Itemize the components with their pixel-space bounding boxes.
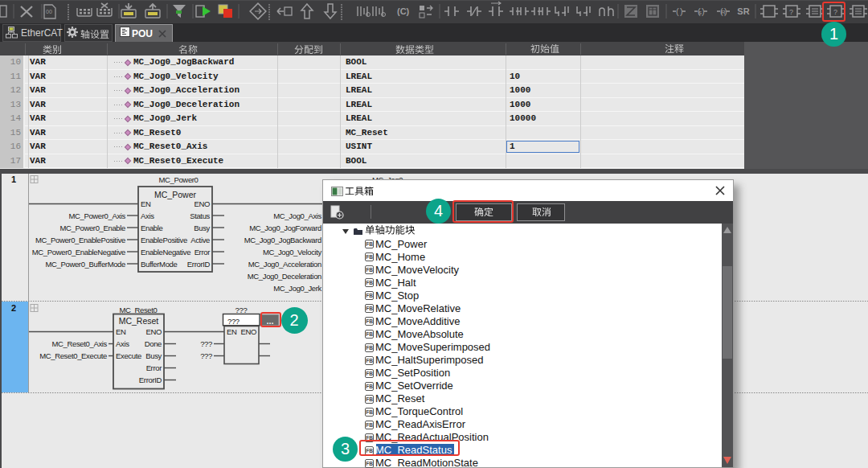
svg-text:Error: Error xyxy=(194,247,211,256)
svg-text:???: ??? xyxy=(200,339,212,348)
svg-text:Busy: Busy xyxy=(145,351,162,360)
svg-text:EN: EN xyxy=(116,327,126,336)
svg-text:EnablePositive: EnablePositive xyxy=(141,235,187,244)
svg-text:Error: Error xyxy=(146,363,162,372)
svg-text:ErrorID: ErrorID xyxy=(139,376,162,384)
svg-text:s: s xyxy=(698,9,702,16)
svg-text:MC_Power0: MC_Power0 xyxy=(158,174,198,183)
svg-text:Status: Status xyxy=(190,211,210,220)
svg-text:MC_Jog0_JogBackward: MC_Jog0_JogBackward xyxy=(244,235,321,244)
svg-text:?: ? xyxy=(789,8,793,16)
svg-text:MC_Power: MC_Power xyxy=(154,189,196,199)
svg-text:MC_Jog0_Axis: MC_Jog0_Axis xyxy=(273,211,321,220)
svg-text:): ) xyxy=(702,6,705,16)
svg-text:MC_Jog0_Jerk: MC_Jog0_Jerk xyxy=(273,283,321,292)
svg-text:???: ??? xyxy=(200,351,212,360)
svg-text:???: ??? xyxy=(235,305,248,314)
svg-text:MC_Reset0: MC_Reset0 xyxy=(119,305,157,314)
svg-text:MC_Jog0_Velocity: MC_Jog0_Velocity xyxy=(263,247,322,256)
svg-text:MC_Reset0_Axis: MC_Reset0_Axis xyxy=(52,339,108,348)
svg-text:(: ( xyxy=(676,6,679,16)
svg-text:MC_Jog0_Acceleration: MC_Jog0_Acceleration xyxy=(248,259,321,268)
svg-text:(C): (C) xyxy=(397,6,410,16)
svg-text:): ) xyxy=(680,6,683,16)
svg-text:Axis: Axis xyxy=(116,339,129,348)
svg-text:Active: Active xyxy=(190,235,210,244)
svg-text:Axis: Axis xyxy=(141,211,154,220)
svg-text:ENO: ENO xyxy=(145,327,162,336)
svg-text:Busy: Busy xyxy=(194,223,210,232)
svg-text:MC_Power0_EnableNegative: MC_Power0_EnableNegative xyxy=(32,247,125,256)
svg-text:00: 00 xyxy=(46,9,52,14)
svg-text:ENO: ENO xyxy=(240,327,256,336)
svg-text:ErrorID: ErrorID xyxy=(187,259,211,268)
svg-text:MC_Jog0_Deceleration: MC_Jog0_Deceleration xyxy=(248,271,321,280)
svg-text:???: ??? xyxy=(227,316,240,325)
svg-text:Done: Done xyxy=(145,339,162,348)
svg-text:R: R xyxy=(721,9,726,16)
svg-text:MC_Reset: MC_Reset xyxy=(119,316,159,326)
svg-text:MC_Power0_Enable: MC_Power0_Enable xyxy=(59,223,125,232)
svg-text:EN: EN xyxy=(141,199,151,208)
svg-text:MC_Power0_Axis: MC_Power0_Axis xyxy=(68,211,125,220)
svg-text:MC_Power0_EnablePositive: MC_Power0_EnablePositive xyxy=(35,235,125,244)
svg-text:Execute: Execute xyxy=(116,351,141,360)
svg-text:MC_Jog0_JogForward: MC_Jog0_JogForward xyxy=(249,223,321,232)
svg-text:MC_Reset0_Execute: MC_Reset0_Execute xyxy=(39,351,107,360)
svg-text:EN: EN xyxy=(227,327,237,336)
svg-text:SR: SR xyxy=(737,6,749,16)
svg-text:1: 1 xyxy=(11,174,16,183)
svg-text:MC_Power0_BufferMode: MC_Power0_BufferMode xyxy=(46,259,126,268)
svg-text:BufferMode: BufferMode xyxy=(141,259,178,268)
svg-text:2: 2 xyxy=(11,302,16,312)
svg-text:Enable: Enable xyxy=(141,223,163,232)
svg-text:ENO: ENO xyxy=(194,199,210,208)
svg-text:EnableNegative: EnableNegative xyxy=(141,247,190,256)
